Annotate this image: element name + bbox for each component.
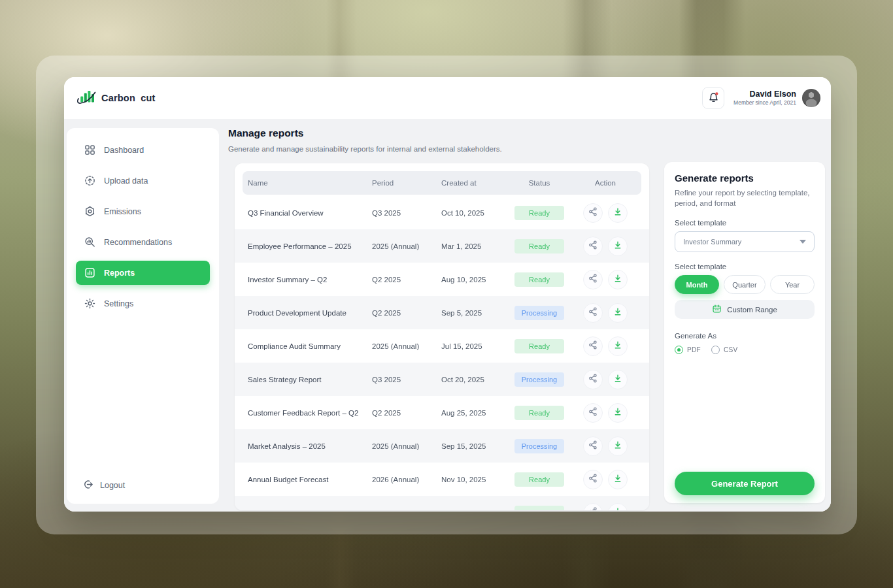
brand-logo-icon [76,88,96,108]
period-label: Select template [675,263,815,270]
radio-icon [711,346,720,354]
report-period: 2025 (Annual) [372,442,441,450]
download-button[interactable] [608,303,628,323]
sidebar-item-label: Recommendations [104,238,172,247]
period-pill-year[interactable]: Year [770,275,815,294]
format-radio-csv[interactable]: CSV [711,346,737,354]
report-created: Sep 5, 2025 [441,309,509,317]
sidebar-item-reports[interactable]: Reports [76,261,210,285]
notifications-button[interactable] [702,87,724,109]
chevron-down-icon [800,240,806,244]
share-button[interactable] [583,237,603,256]
download-button[interactable] [608,470,628,489]
reports-table: Name Period Created at Status Action Q3 … [235,163,649,510]
col-created: Created at [441,179,509,187]
report-name: Employee Performance – 2025 [243,242,372,250]
share-button[interactable] [583,470,603,489]
download-button[interactable] [608,336,628,356]
report-period: Q3 2025 [372,209,441,217]
report-created: Mar 1, 2025 [441,242,509,250]
sidebar-item-settings[interactable]: Settings [67,288,219,319]
status-badge: Ready [514,406,564,420]
share-button[interactable] [583,403,603,423]
status-badge: Ready [514,339,564,353]
share-button[interactable] [583,336,603,356]
share-button[interactable] [583,203,603,223]
report-period: 2025 (Annual) [372,242,441,250]
share-icon [588,340,598,352]
avatar[interactable] [802,89,820,107]
download-button[interactable] [608,237,628,256]
period-pill-month[interactable]: Month [675,275,719,294]
download-button[interactable] [608,270,628,289]
sidebar-item-emissions[interactable]: Emissions [67,196,219,227]
report-period: 2026 (Annual) [372,476,441,483]
format-radios: PDFCSV [675,346,815,354]
download-icon [613,340,623,352]
download-button[interactable] [608,503,628,511]
download-button[interactable] [608,370,628,389]
app-body: Dashboard Upload data Emissions Recommen… [64,119,831,512]
download-button[interactable] [608,403,628,423]
sidebar-item-dashboard[interactable]: Dashboard [67,135,219,165]
panel-description: Refine your report by selecting template… [675,188,815,208]
recommendations-icon [84,237,95,248]
report-created: Sep 15, 2025 [441,442,509,450]
report-period: Q2 2025 [372,409,441,417]
table-row: Customer Feedback Report – Q2 Q2 2025 Au… [235,396,649,429]
share-button[interactable] [583,270,603,289]
logout-icon [82,479,93,492]
sidebar-nav: Dashboard Upload data Emissions Recommen… [67,128,219,319]
table-header: Name Period Created at Status Action [243,171,641,195]
report-name: Sales Strategy Report [243,376,372,384]
share-button[interactable] [583,503,603,511]
download-icon [613,273,623,286]
share-button[interactable] [583,370,603,389]
report-name: Annual Budget Forecast [243,476,372,483]
top-right: David Elson Member since April, 2021 [702,87,820,109]
table-row: Employee Performance – 2025 2025 (Annual… [235,229,649,263]
period-pill-quarter[interactable]: Quarter [724,275,766,294]
sidebar-item-label: Dashboard [104,146,144,155]
col-period: Period [372,179,441,187]
sidebar: Dashboard Upload data Emissions Recommen… [67,128,219,504]
download-button[interactable] [608,203,628,223]
status-badge: Processing [514,306,564,320]
calendar-icon [712,304,722,315]
upload-icon [84,175,95,187]
share-icon [588,406,598,419]
download-button[interactable] [608,436,628,456]
share-button[interactable] [583,436,603,456]
sidebar-item-upload-data[interactable]: Upload data [67,165,219,196]
table-body: Q3 Financial Overview Q3 2025 Oct 10, 20… [235,196,649,510]
report-created: Aug 25, 2025 [441,409,509,417]
share-icon [588,373,598,385]
format-radio-pdf[interactable]: PDF [675,346,701,354]
download-icon [613,240,623,252]
share-button[interactable] [583,303,603,323]
custom-range-button[interactable]: Custom Range [675,300,815,319]
logout-button[interactable]: Logout [82,479,125,492]
table-row: Investor Summary – Q2 Q2 2025 Aug 10, 20… [235,263,649,296]
user-chip[interactable]: David Elson Member since April, 2021 [733,89,820,107]
sidebar-item-label: Settings [104,299,133,308]
generate-report-button[interactable]: Generate Report [675,472,815,495]
table-row: Sales Strategy Report Q3 2025 Oct 20, 20… [235,363,649,396]
sidebar-item-recommendations[interactable]: Recommendations [67,227,219,257]
share-icon [588,273,598,286]
radio-icon [675,346,683,354]
sidebar-item-label: Upload data [104,176,148,186]
grid-icon [84,144,95,156]
template-select-value: Investor Summary [683,238,741,246]
report-created: Jul 15, 2025 [441,342,509,350]
reports-icon [84,267,95,279]
report-name: Q3 Financial Overview [243,209,372,217]
report-period: Q2 2025 [372,309,441,317]
user-meta: Member since April, 2021 [733,99,796,106]
panel-title: Generate reports [675,172,815,184]
template-select[interactable]: Investor Summary [675,231,815,252]
report-period: 2025 (Annual) [372,342,441,350]
settings-icon [84,298,95,310]
report-created: Oct 10, 2025 [441,209,509,217]
generate-panel: Generate reports Refine your report by s… [664,162,825,503]
